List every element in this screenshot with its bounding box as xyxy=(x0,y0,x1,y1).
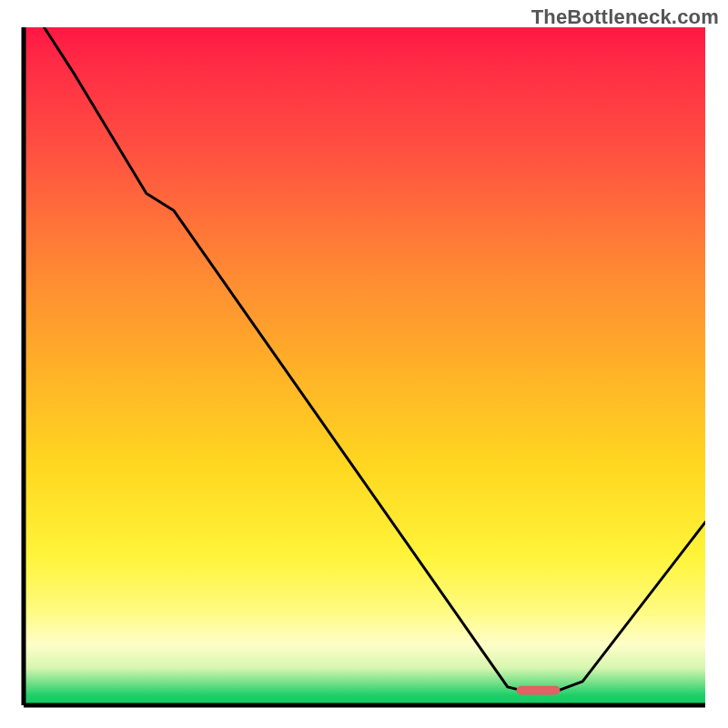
bottleneck-chart xyxy=(0,0,728,728)
chart-container: TheBottleneck.com xyxy=(0,0,728,728)
gradient-background xyxy=(24,27,705,705)
watermark-text: TheBottleneck.com xyxy=(531,5,719,29)
optimal-range-marker xyxy=(517,686,561,695)
